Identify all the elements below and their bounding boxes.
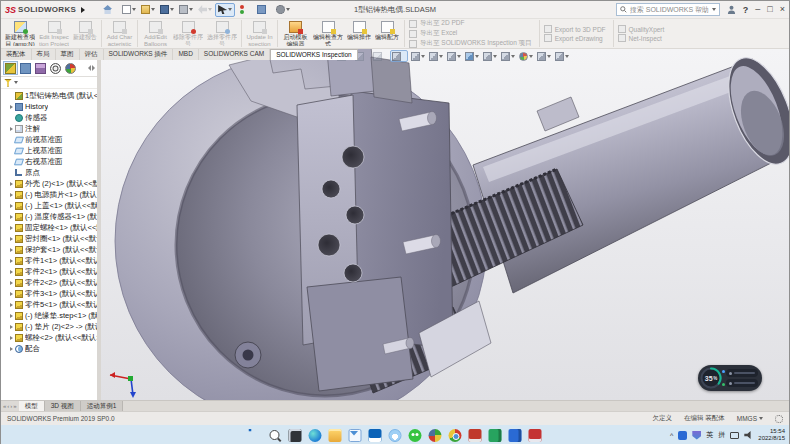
- ribbon-button[interactable]: 编辑配方: [373, 20, 401, 47]
- taskbar-app-icon[interactable]: [509, 429, 522, 442]
- ribbon-button[interactable]: 编辑操作: [345, 20, 373, 47]
- expand-arrow-icon[interactable]: [10, 237, 13, 241]
- menu-expand-arrow-icon[interactable]: [81, 7, 85, 13]
- taskbar-app-icon[interactable]: [249, 429, 262, 442]
- tree-filter-row[interactable]: [1, 77, 97, 89]
- tree-item[interactable]: 密封圈<1> (默认<<默认>_显示状: [1, 233, 97, 244]
- ribbon-button[interactable]: 启动模板编辑器: [277, 20, 311, 47]
- ribbon-menu-item[interactable]: Net-Inspect: [618, 34, 665, 42]
- ribbon-menu-item[interactable]: Export eDrawing: [544, 34, 606, 42]
- tray-expand-icon[interactable]: ^: [670, 432, 673, 439]
- dropdown-caret-icon[interactable]: [421, 55, 425, 58]
- quick-access-button[interactable]: [101, 3, 119, 17]
- clock[interactable]: 15:54 2022/8/15: [758, 428, 785, 442]
- ribbon-menu-item[interactable]: 导出至 Excel: [409, 29, 532, 38]
- expand-arrow-icon[interactable]: [10, 314, 13, 318]
- tree-item[interactable]: 前视基准面: [1, 134, 97, 145]
- taskbar-app-icon[interactable]: [309, 429, 322, 442]
- taskbar-app-icon[interactable]: [389, 429, 402, 442]
- ribbon-button[interactable]: 编辑检查方式: [311, 20, 345, 47]
- input-language-indicator[interactable]: 英: [706, 430, 713, 440]
- view-tool-button[interactable]: [518, 50, 534, 62]
- zoom-overlay-widget[interactable]: 35%: [698, 365, 762, 391]
- command-tab[interactable]: MBD: [173, 49, 198, 60]
- expand-arrow-icon[interactable]: [10, 325, 13, 329]
- study-nav-arrow[interactable]: «: [3, 402, 6, 411]
- view-tool-button[interactable]: [464, 50, 480, 62]
- dropdown-caret-icon[interactable]: [529, 55, 533, 58]
- panel-tab[interactable]: [18, 61, 33, 75]
- ribbon-menu-item[interactable]: 导出至 SOLIDWORKS Inspection 项目: [409, 39, 532, 48]
- command-tab[interactable]: 评估: [80, 49, 104, 60]
- widget-button-bottom[interactable]: [726, 379, 758, 387]
- expand-arrow-icon[interactable]: [10, 248, 13, 252]
- expand-arrow-icon[interactable]: [10, 204, 13, 208]
- dropdown-caret-icon[interactable]: [439, 55, 443, 58]
- display-icon[interactable]: [730, 432, 739, 439]
- expand-arrow-icon[interactable]: [10, 182, 13, 186]
- expand-arrow-icon[interactable]: [10, 303, 13, 307]
- graphics-viewport[interactable]: 35%: [101, 49, 789, 400]
- tree-item[interactable]: 固定螺栓<1> (默认<<默认>_显示: [1, 222, 97, 233]
- tree-item[interactable]: (-) 上盖<1> (默认<<默认>_显示状: [1, 200, 97, 211]
- expand-arrow-icon[interactable]: [10, 336, 13, 340]
- ribbon-menu-item[interactable]: 导出至 2D PDF: [409, 19, 532, 28]
- dropdown-caret-icon[interactable]: [475, 55, 479, 58]
- command-tab[interactable]: 装配体: [1, 49, 32, 60]
- tree-item[interactable]: (-) 温度传感器<1> (默认<<默认>_: [1, 211, 97, 222]
- ribbon-menu-item[interactable]: Export to 3D PDF: [544, 25, 606, 33]
- status-gear-icon[interactable]: [775, 415, 783, 423]
- protection-tube[interactable]: [473, 49, 789, 293]
- quick-access-button[interactable]: [274, 3, 292, 17]
- dropdown-caret-icon[interactable]: [151, 8, 155, 11]
- dropdown-caret-icon[interactable]: [170, 8, 174, 11]
- tree-item[interactable]: 零件3<1> (默认<<默认>_显示状: [1, 288, 97, 299]
- command-tab[interactable]: SOLIDWORKS Inspection: [270, 49, 358, 60]
- tree-item[interactable]: 注解: [1, 123, 97, 134]
- expand-arrow-icon[interactable]: [10, 347, 13, 351]
- units-dropdown-icon[interactable]: [759, 417, 763, 420]
- tree-item[interactable]: 上视基准面: [1, 145, 97, 156]
- view-tool-button[interactable]: [536, 50, 552, 62]
- search-box[interactable]: 搜索 SOLIDWORKS 帮助: [616, 3, 720, 16]
- tree-item[interactable]: 保护套<1> (默认<<默认>_显示状: [1, 244, 97, 255]
- tree-item[interactable]: 外壳 (2)<1> (默认<<默认>_显示状: [1, 178, 97, 189]
- taskbar-app-icon[interactable]: [329, 429, 342, 442]
- expand-arrow-icon[interactable]: [10, 281, 13, 285]
- volume-icon[interactable]: [744, 431, 753, 440]
- view-tool-button[interactable]: [482, 50, 498, 62]
- view-tool-button[interactable]: [500, 50, 516, 62]
- tree-item[interactable]: 右视基准面: [1, 156, 97, 167]
- study-tab[interactable]: 3D 视图: [45, 401, 81, 411]
- dropdown-caret-icon[interactable]: [457, 55, 461, 58]
- tree-item[interactable]: 零件5<1> (默认<<默认>_显示状态: [1, 299, 97, 310]
- security-shield-icon[interactable]: [692, 431, 701, 440]
- tree-item[interactable]: 1型铝铸热电偶 (默认<默认_显示状态-1: [1, 90, 97, 101]
- study-tab[interactable]: 运动算例1: [81, 401, 124, 411]
- expand-arrow-icon[interactable]: [10, 127, 13, 131]
- tree-item[interactable]: 传感器: [1, 112, 97, 123]
- quick-access-button[interactable]: [255, 3, 273, 17]
- tree-item[interactable]: 配合: [1, 343, 97, 354]
- dropdown-caret-icon[interactable]: [547, 55, 551, 58]
- ribbon-button[interactable]: Add/Edit Balloons: [137, 20, 171, 47]
- ribbon-button[interactable]: 移除零件序号: [171, 20, 205, 47]
- minimize-button[interactable]: –: [755, 5, 760, 14]
- command-tab[interactable]: SOLIDWORKS CAM: [199, 49, 270, 60]
- ribbon-button[interactable]: Update Inspection Project: [241, 20, 275, 47]
- quick-access-button[interactable]: [196, 3, 214, 17]
- taskbar-app-icon[interactable]: [489, 429, 502, 442]
- taskbar-app-icon[interactable]: [369, 429, 382, 442]
- dropdown-caret-icon[interactable]: [228, 8, 232, 11]
- panel-tab[interactable]: [63, 61, 78, 75]
- dropdown-caret-icon[interactable]: [511, 55, 515, 58]
- dropdown-caret-icon[interactable]: [493, 55, 497, 58]
- taskbar-app-icon[interactable]: [349, 429, 362, 442]
- tree-item[interactable]: (-) 垫片 (2)<2> -> (默认<<默认>_: [1, 321, 97, 332]
- quick-access-button[interactable]: [215, 3, 235, 17]
- expand-arrow-icon[interactable]: [10, 292, 13, 296]
- tree-item[interactable]: 原点: [1, 167, 97, 178]
- ribbon-button[interactable]: 新建检查项目 (amp;N): [3, 20, 37, 47]
- expand-arrow-icon[interactable]: [10, 193, 13, 197]
- command-tab[interactable]: SOLIDWORKS 插件: [104, 49, 174, 60]
